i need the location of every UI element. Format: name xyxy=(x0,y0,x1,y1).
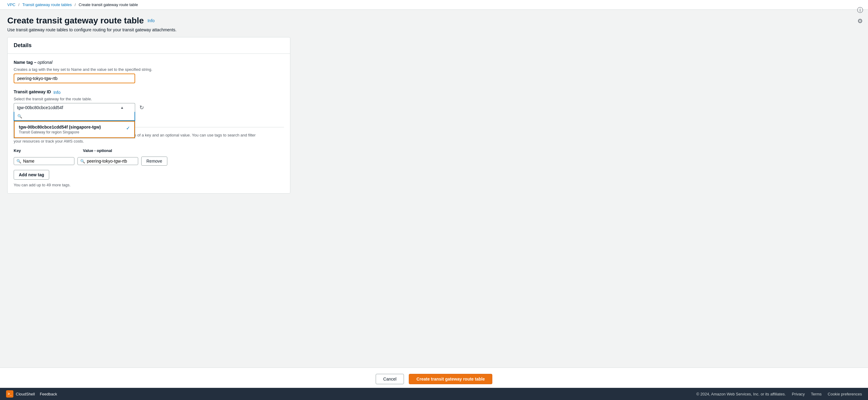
tag-row: 🔍 ✕ 🔍 ✕ Remove xyxy=(14,156,284,166)
transit-gw-id-description: Select the transit gateway for the route… xyxy=(14,97,284,101)
tag-column-headers: Key Value - optional xyxy=(14,148,284,155)
dropdown-trigger[interactable]: tgw-00bc80cbce1cdd54f ▲ xyxy=(14,103,135,112)
transit-gw-dropdown[interactable]: tgw-00bc80cbce1cdd54f ▲ 🔍 tg xyxy=(14,103,135,121)
cancel-button[interactable]: Cancel xyxy=(376,374,404,384)
cookie-preferences-link[interactable]: Cookie preferences xyxy=(828,392,862,396)
cloudshell-icon: >_ xyxy=(6,390,13,398)
transit-gw-id-info-link[interactable]: Info xyxy=(54,90,60,95)
name-tag-field: Name tag – optional Creates a tag with t… xyxy=(14,60,284,83)
key-col-header: Key xyxy=(14,148,80,153)
transit-gw-id-label: Transit gateway ID xyxy=(14,89,51,94)
cloudshell-button[interactable]: >_ CloudShell xyxy=(6,390,35,398)
dropdown-trigger-value: tgw-00bc80cbce1cdd54f xyxy=(17,105,120,110)
chevron-up-icon: ▲ xyxy=(120,106,124,110)
tags-limit-note: You can add up to 49 more tags. xyxy=(14,183,284,187)
right-icons: ⓘ ⚙ xyxy=(857,6,863,25)
dropdown-option-desc: Transit Gateway for region Singapore xyxy=(19,130,101,134)
tag-key-input-wrapper: 🔍 ✕ xyxy=(14,157,74,165)
dropdown-option-label: tgw-00bc80cbce1cdd54f (singapore-tgw) xyxy=(19,124,101,130)
tag-key-input[interactable] xyxy=(23,159,76,164)
name-tag-description: Creates a tag with the key set to Name a… xyxy=(14,67,284,72)
page-description: Use transit gateway route tables to conf… xyxy=(7,27,290,32)
breadcrumb-route-tables-link[interactable]: Transit gateway route tables xyxy=(22,2,72,7)
dropdown-search-input[interactable] xyxy=(24,114,131,118)
bottom-bar-left: >_ CloudShell Feedback xyxy=(6,390,57,398)
cloudshell-label: CloudShell xyxy=(16,392,35,396)
privacy-link[interactable]: Privacy xyxy=(792,392,805,396)
dropdown-search-icon: 🔍 xyxy=(17,114,22,118)
help-icon-btn[interactable]: ⓘ xyxy=(857,6,863,14)
add-new-tag-button[interactable]: Add new tag xyxy=(14,170,49,180)
page-title: Create transit gateway route table Info xyxy=(7,16,155,26)
tag-value-input-wrapper: 🔍 ✕ xyxy=(78,157,138,165)
bottom-bar-right: © 2024, Amazon Web Services, Inc. or its… xyxy=(696,392,862,396)
value-col-header: Value - optional xyxy=(83,148,149,153)
dropdown-option-singapore[interactable]: tgw-00bc80cbce1cdd54f (singapore-tgw) Tr… xyxy=(14,121,135,138)
breadcrumb-vpc-link[interactable]: VPC xyxy=(7,2,16,7)
details-panel: Details Name tag – optional Creates a ta… xyxy=(7,37,290,194)
panel-body: Name tag – optional Creates a tag with t… xyxy=(8,54,290,193)
page-info-link[interactable]: Info xyxy=(148,18,155,23)
dropdown-option-content: tgw-00bc80cbce1cdd54f (singapore-tgw) Tr… xyxy=(19,124,101,134)
tag-key-search-icon: 🔍 xyxy=(17,159,21,164)
panel-header: Details xyxy=(8,37,290,54)
copyright-text: © 2024, Amazon Web Services, Inc. or its… xyxy=(696,392,786,396)
check-icon: ✓ xyxy=(126,125,130,131)
bottom-bar: >_ CloudShell Feedback © 2024, Amazon We… xyxy=(0,388,868,400)
breadcrumb-current: Create transit gateway route table xyxy=(79,2,138,7)
dropdown-search-box[interactable]: 🔍 xyxy=(14,112,135,121)
name-tag-input[interactable] xyxy=(14,74,135,83)
page-header: Create transit gateway route table Info … xyxy=(7,16,290,32)
remove-tag-button[interactable]: Remove xyxy=(141,156,167,166)
breadcrumb: VPC / Transit gateway route tables / Cre… xyxy=(0,0,868,10)
main-content: Create transit gateway route table Info … xyxy=(0,10,298,400)
terms-link[interactable]: Terms xyxy=(811,392,822,396)
tag-value-search-icon: 🔍 xyxy=(80,159,85,164)
tag-value-input[interactable] xyxy=(87,159,140,164)
transit-gateway-id-field: Transit gateway ID Info Select the trans… xyxy=(14,89,284,121)
panel-title: Details xyxy=(14,42,284,49)
create-button[interactable]: Create transit gateway route table xyxy=(409,374,492,384)
settings-icon-btn[interactable]: ⚙ xyxy=(857,17,863,25)
feedback-link[interactable]: Feedback xyxy=(40,392,57,396)
name-tag-label: Name tag – optional xyxy=(14,60,53,65)
breadcrumb-sep-2: / xyxy=(75,2,76,7)
breadcrumb-sep-1: / xyxy=(18,2,20,7)
refresh-button[interactable]: ↻ xyxy=(138,103,145,112)
action-bar: Cancel Create transit gateway route tabl… xyxy=(0,368,868,390)
dropdown-options: tgw-00bc80cbce1cdd54f (singapore-tgw) Tr… xyxy=(14,121,135,138)
